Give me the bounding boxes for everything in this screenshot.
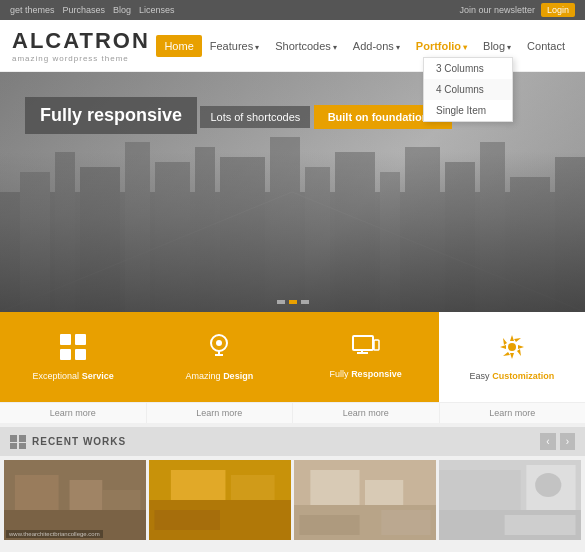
- hero-subtitle: Lots of shortcodes: [200, 106, 310, 128]
- learn-more-customization[interactable]: Learn more: [440, 403, 586, 423]
- logo-area: ALCATRON amazing wordpress theme: [12, 28, 150, 63]
- top-bar-links: get themes Purchases Blog Licenses: [10, 5, 175, 15]
- nav-portfolio[interactable]: Portfolio▾: [408, 35, 475, 57]
- logo: ALCATRON: [12, 28, 150, 54]
- hero-dot-3[interactable]: [301, 300, 309, 304]
- gallery-image-2: [149, 460, 291, 540]
- portfolio-dropdown: 3 Columns 4 Columns Single Item: [423, 57, 513, 122]
- gallery-grid: www.thearchitectbriancollege.com: [0, 456, 585, 544]
- svg-rect-51: [381, 510, 430, 535]
- service-label: Exceptional Service: [33, 371, 114, 381]
- works-next-button[interactable]: ›: [560, 433, 575, 450]
- gallery-item-3[interactable]: [294, 460, 436, 540]
- svg-rect-49: [365, 480, 403, 505]
- svg-rect-35: [19, 443, 26, 449]
- main-nav: Home Features▾ Shortcodes▾ Add-ons▾ Port…: [156, 35, 573, 57]
- hero-dots: [277, 300, 309, 304]
- gallery-image-1: www.thearchitectbriancollege.com: [4, 460, 146, 540]
- dropdown-3col[interactable]: 3 Columns: [424, 58, 512, 79]
- login-button[interactable]: Login: [541, 3, 575, 17]
- customization-label: Easy Customization: [470, 371, 555, 381]
- svg-rect-55: [439, 470, 521, 510]
- topbar-link-blog[interactable]: Blog: [113, 5, 131, 15]
- svg-rect-43: [171, 470, 226, 500]
- topbar-link-themes[interactable]: get themes: [10, 5, 55, 15]
- header: ALCATRON amazing wordpress theme Home Fe…: [0, 20, 585, 72]
- feature-responsive[interactable]: Fully Responsive: [293, 312, 439, 402]
- service-icon: [59, 333, 87, 367]
- hero-title: Fully responsive: [25, 97, 197, 134]
- hero-city: [0, 152, 585, 312]
- nav-shortcodes[interactable]: Shortcodes▾: [267, 35, 345, 57]
- design-icon: [207, 333, 231, 367]
- topbar-link-purchases[interactable]: Purchases: [63, 5, 106, 15]
- gallery-image-4: [439, 460, 581, 540]
- recent-works-title: RECENT WORKS: [10, 435, 126, 449]
- svg-rect-20: [75, 334, 86, 345]
- svg-rect-33: [19, 435, 26, 442]
- works-navigation: ‹ ›: [540, 433, 575, 450]
- gallery-watermark-1: www.thearchitectbriancollege.com: [6, 530, 103, 538]
- svg-rect-45: [154, 510, 220, 530]
- topbar-link-licenses[interactable]: Licenses: [139, 5, 175, 15]
- dropdown-4col[interactable]: 4 Columns: [424, 79, 512, 100]
- topbar-newsletter[interactable]: Join our newsletter: [459, 5, 535, 15]
- gallery-item-1[interactable]: www.thearchitectbriancollege.com: [4, 460, 146, 540]
- gallery-icon: [10, 435, 26, 449]
- nav-addons[interactable]: Add-ons▾: [345, 35, 408, 57]
- nav-features[interactable]: Features▾: [202, 35, 267, 57]
- hero-dot-2[interactable]: [289, 300, 297, 304]
- svg-point-56: [535, 473, 561, 497]
- nav-home[interactable]: Home: [156, 35, 201, 57]
- design-label: Amazing Design: [186, 371, 254, 381]
- svg-rect-39: [70, 480, 103, 510]
- svg-rect-40: [102, 490, 140, 510]
- gallery-item-2[interactable]: [149, 460, 291, 540]
- feature-customization[interactable]: Easy Customization: [439, 312, 585, 402]
- svg-rect-21: [60, 349, 71, 360]
- dropdown-single[interactable]: Single Item: [424, 100, 512, 121]
- svg-point-31: [508, 343, 516, 351]
- responsive-icon: [352, 335, 380, 365]
- svg-rect-57: [505, 515, 576, 535]
- nav-blog[interactable]: Blog▾: [475, 35, 519, 57]
- gallery-item-4[interactable]: [439, 460, 581, 540]
- works-prev-button[interactable]: ‹: [540, 433, 555, 450]
- learn-more-responsive[interactable]: Learn more: [293, 403, 440, 423]
- responsive-label: Fully Responsive: [330, 369, 402, 379]
- feature-design[interactable]: Amazing Design: [146, 312, 292, 402]
- feature-service[interactable]: Exceptional Service: [0, 312, 146, 402]
- learn-more-design[interactable]: Learn more: [147, 403, 294, 423]
- recent-works-header: RECENT WORKS ‹ ›: [0, 427, 585, 456]
- nav-contact[interactable]: Contact: [519, 35, 573, 57]
- svg-rect-28: [374, 340, 379, 350]
- features-section: Exceptional Service Amazing Design F: [0, 312, 585, 402]
- svg-rect-38: [15, 475, 59, 510]
- logo-tagline: amazing wordpress theme: [12, 54, 150, 63]
- gallery-image-3: [294, 460, 436, 540]
- learn-more-row: Learn more Learn more Learn more Learn m…: [0, 402, 585, 423]
- svg-point-26: [216, 340, 222, 346]
- svg-rect-19: [60, 334, 71, 345]
- svg-rect-50: [299, 515, 359, 535]
- top-bar: get themes Purchases Blog Licenses Join …: [0, 0, 585, 20]
- hero-dot-1[interactable]: [277, 300, 285, 304]
- top-bar-right: Join our newsletter Login: [459, 3, 575, 17]
- svg-rect-22: [75, 349, 86, 360]
- svg-rect-32: [10, 435, 17, 442]
- recent-works-section: RECENT WORKS ‹ › www.thearchitectbrianco…: [0, 427, 585, 544]
- hero-content: Fully responsive Lots of shortcodes Buil…: [25, 97, 452, 140]
- customization-icon: [498, 333, 526, 367]
- svg-rect-34: [10, 443, 17, 449]
- svg-rect-44: [231, 475, 275, 500]
- svg-rect-27: [353, 336, 373, 350]
- learn-more-service[interactable]: Learn more: [0, 403, 147, 423]
- svg-rect-48: [310, 470, 359, 505]
